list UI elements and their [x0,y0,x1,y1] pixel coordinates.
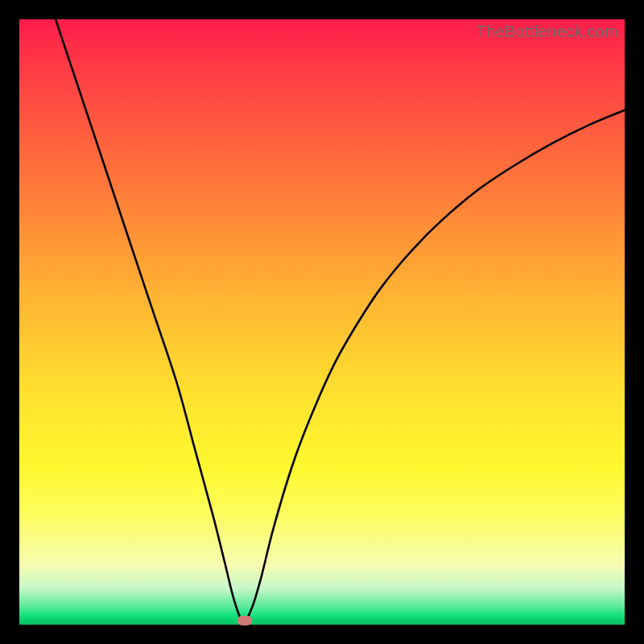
bottleneck-curve [19,19,625,625]
plot-area: TheBottleneck.com [19,19,625,625]
optimal-point-marker [237,616,252,625]
chart-frame: TheBottleneck.com [0,0,644,644]
